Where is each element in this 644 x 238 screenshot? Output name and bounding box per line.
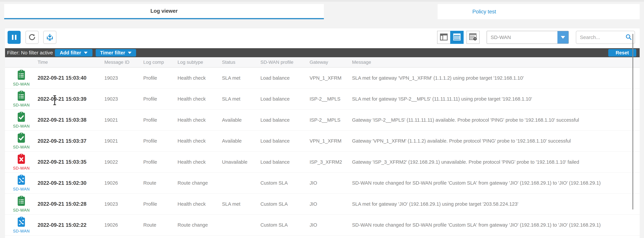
export-download-icon [46,33,54,41]
cell-gateway: ISP-2__MPLS [310,96,352,102]
log-viewer-panel: SD-WAN Filter: No filter active Add filt… [5,28,640,238]
table-row[interactable]: SD-WAN 2022-09-21 15:03:39 19023 Profile… [5,89,640,110]
cell-gateway: JIO [310,180,352,186]
cell-log-subtype: Health check [178,201,222,207]
refresh-button[interactable] [26,31,38,44]
column-view-icon [453,33,460,41]
add-filter-button[interactable]: Add filter [55,49,92,57]
cell-sdwan-profile: Custom SLA [260,222,310,228]
cell-sdwan-profile: Load balance [260,75,310,81]
table-row[interactable]: SD-WAN 2022-09-21 15:03:35 19022 Profile… [5,152,640,173]
pause-button[interactable] [8,31,21,44]
module-label: SD-WAN [13,187,30,191]
table-row[interactable]: SD-WAN 2022-09-21 15:03:37 19021 Profile… [5,131,640,152]
cell-message: SLA met for gateway 'ISP-2__MPLS' (11.11… [352,96,640,102]
log-table-body: SD-WAN 2022-09-21 15:03:40 19023 Profile… [5,68,640,236]
cell-time: 2022-09-21 15:02:22 [38,222,104,228]
cell-log-comp: Route [143,222,178,228]
cell-message: Gateway 'ISP-2__MPLS' (11.11.11.11) avai… [352,117,640,123]
cell-log-subtype: Route change [178,222,222,228]
column-header-time[interactable]: Time [38,60,104,65]
pause-icon [12,35,16,40]
cell-time: 2022-09-21 15:02:30 [38,180,104,186]
dropdown-arrow-icon[interactable] [558,31,568,43]
cell-sdwan-profile: Custom SLA [260,201,310,207]
cell-time: 2022-09-21 15:03:39 [38,96,104,102]
cell-message-id: 19023 [104,75,143,81]
table-row[interactable]: SD-WAN 2022-09-21 15:03:38 19021 Profile… [5,110,640,131]
module-label: SD-WAN [13,166,30,171]
cell-message-id: 19023 [104,201,143,207]
refresh-icon [28,33,36,41]
cell-status: Available [222,117,260,123]
column-header-log-comp[interactable]: Log comp [143,60,178,65]
cell-log-comp: Profile [143,201,178,207]
search-box [576,31,635,44]
module-label: SD-WAN [13,124,30,128]
reset-filter-button[interactable]: Reset [608,49,636,57]
module-dropdown-value: SD-WAN [487,34,558,40]
sla-met-clipboard-icon [16,91,26,102]
timer-filter-button[interactable]: Timer filter [96,49,136,57]
available-clipboard-icon [16,132,26,144]
column-view-button[interactable] [450,31,464,44]
tab-policy-test[interactable]: Policy test [472,4,496,19]
cell-gateway: VPN_1_XFRM [310,75,352,81]
tab-group-right: Policy test [438,4,640,19]
cell-gateway: VPN_1_XFRM [310,138,352,144]
column-header-sdwan-profile[interactable]: SD-WAN profile [260,60,310,65]
cell-status: SLA met [222,75,260,81]
search-icon[interactable] [625,34,632,41]
cell-sdwan-profile: Custom SLA [260,180,310,186]
table-scrollbar[interactable] [632,34,633,210]
column-header-log-subtype[interactable]: Log subtype [178,60,222,65]
cell-status: Unavailable [222,159,260,165]
cell-sdwan-profile: Load balance [260,138,310,144]
add-column-button[interactable] [466,31,480,44]
panel-view-button[interactable] [437,31,450,44]
module-label: SD-WAN [13,82,30,87]
cell-log-comp: Profile [143,117,178,123]
cell-log-subtype: Health check [178,138,222,144]
cell-message-id: 19022 [104,159,143,165]
cell-status: SLA met [222,201,260,207]
cell-time: 2022-09-21 15:02:28 [38,201,104,207]
filter-status-text: Filter: No filter active [7,50,53,56]
module-label: SD-WAN [13,103,30,108]
table-row[interactable]: SD-WAN 2022-09-21 15:02:28 19023 Profile… [5,194,640,215]
module-label: SD-WAN [13,208,30,213]
cell-message: SD-WAN route changed for SD-WAN profile … [352,180,640,186]
cell-time: 2022-09-21 15:03:38 [38,117,104,123]
filter-bar: Filter: No filter active Add filter Time… [5,48,640,57]
cell-message-id: 19026 [104,180,143,186]
search-input[interactable] [580,34,625,40]
cell-time: 2022-09-21 15:03:35 [38,159,104,165]
tab-log-viewer[interactable]: Log viewer [4,4,324,19]
available-clipboard-icon [16,112,26,123]
module-dropdown[interactable]: SD-WAN [486,31,569,44]
column-header-gateway[interactable]: Gateway [310,60,352,65]
chevron-down-icon [84,52,88,54]
cell-log-comp: Route [143,180,178,186]
panel-view-icon [440,33,448,41]
cell-message: Gateway 'VPN_1_XFRM' (1.1.1.2) available… [352,138,640,144]
top-strip [0,0,644,2]
cell-time: 2022-09-21 15:03:37 [38,138,104,144]
column-header-status[interactable]: Status [222,60,260,65]
cell-gateway: ISP_3_XFRM2 [310,159,352,165]
table-row[interactable]: SD-WAN 2022-09-21 15:02:22 19026 Route R… [5,215,640,236]
cell-gateway: JIO [310,222,352,228]
cell-log-comp: Profile [143,159,178,165]
cell-status: Available [222,138,260,144]
column-header-message[interactable]: Message [352,60,640,65]
table-row[interactable]: SD-WAN 2022-09-21 15:03:40 19023 Profile… [5,68,640,89]
view-toggle-group [437,31,464,44]
column-header-message-id[interactable]: Message ID [104,60,143,65]
cell-sdwan-profile: Load balance [260,159,310,165]
cell-message: SD-WAN route changed for SD-WAN profile … [352,222,640,228]
export-button[interactable] [43,31,56,44]
table-row[interactable]: SD-WAN 2022-09-21 15:02:30 19026 Route R… [5,173,640,194]
unavailable-clipboard-icon [16,154,26,165]
route-change-clipboard-icon [16,175,26,186]
add-column-icon [469,33,477,41]
